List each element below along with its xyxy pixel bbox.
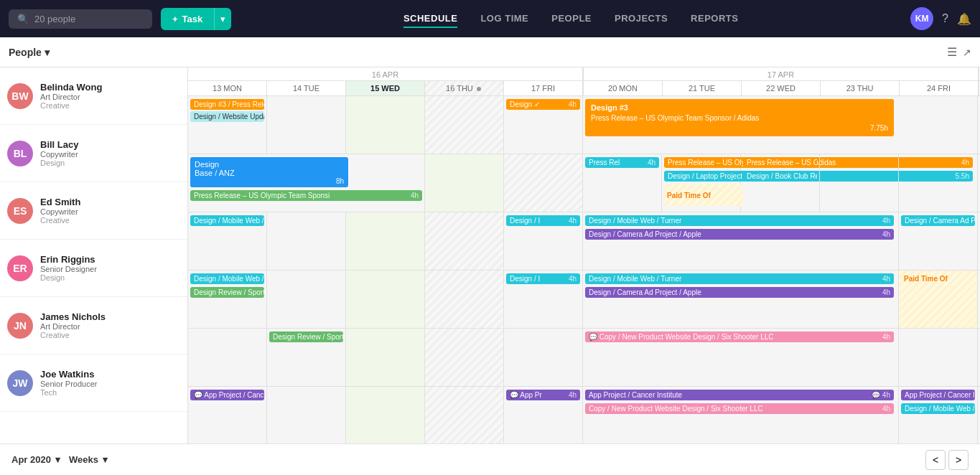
search-icon: 🔍 [17,14,29,24]
footer-next-button[interactable]: > [948,450,969,470]
bill-29 [899,154,978,212]
belinda-event-2[interactable]: Design / Website Update / Internal4h [190,111,264,122]
person-row-belinda[interactable]: BW Belinda Wong Art Director Creative [0,67,187,125]
task-button[interactable]: + Task [161,8,214,30]
joe-20mon: App Project / Cancer Institute💬 4h Copy … [583,387,899,444]
people-section-label[interactable]: People ▾ [9,47,50,58]
bill-design-base[interactable]: Design Base / ANZ 8h [190,157,348,187]
bill-16thu [504,154,583,212]
erin-14tue [267,271,346,328]
belinda-span-event[interactable]: Design #3 Press Release – US Olympic Tea… [585,99,894,136]
footer-prev-button[interactable]: < [925,450,946,470]
ed-design-17[interactable]: Design / I4h [506,215,580,226]
ed-design-27[interactable]: Design / Camera Ad Project / App... [901,215,975,226]
joe-app-27[interactable]: App Project / Cancer Institute [901,390,975,400]
erin-mobile-20[interactable]: Design / Mobile Web / Turner4h [585,273,894,284]
day-col-16thu[interactable]: 16 THU [425,81,504,95]
bill-17fri: Press Rel4h [583,154,662,212]
james-27mon [899,329,978,386]
erin-24fri-pto: Paid Time Of [899,271,978,328]
bill-press-rel-17[interactable]: Press Rel4h [585,157,659,168]
joe-app-project[interactable]: 💬 App Project / Cancer Institute4h [190,390,264,400]
task-plus-icon: + [172,14,178,24]
person-role-joe: Senior Producer [40,380,98,388]
day-col-14tue[interactable]: 14 TUE [267,81,346,95]
person-info-erin: Erin Riggins Senior Designer Design [40,254,97,282]
day-col-23thu[interactable]: 23 THU [821,81,900,95]
person-row-joe[interactable]: JW Joe Watkins Senior Producer Tech [0,354,187,412]
bill-paid-time: Paid Time Of [664,184,743,206]
bill-27mon: Press Release – US Olympic Team... Desig… [741,154,820,212]
ed-mobile-web[interactable]: Design / Mobile Web / Turner4h [190,215,264,226]
person-row-james[interactable]: JN James Nichols Art Director Creative [0,297,187,354]
erin-mobile-13[interactable]: Design / Mobile Web / Turner4h [190,273,264,284]
belinda-16thu [425,96,504,154]
export-icon[interactable]: ↗ [963,47,971,58]
help-icon[interactable]: ? [942,12,948,25]
search-box[interactable]: 🔍 20 people [9,9,152,29]
cal-row-bill: Design Base / ANZ 8h Press Release – US … [188,154,980,212]
day-col-24fri[interactable]: 24 FRI [900,81,979,95]
nav-people[interactable]: PEOPLE [551,10,592,28]
list-view-icon[interactable]: ☰ [947,45,957,59]
day-col-15wed[interactable]: 15 WED [346,81,425,95]
joe-app-20[interactable]: App Project / Cancer Institute💬 4h [585,390,894,400]
search-placeholder: 20 people [34,14,75,24]
task-label: Task [182,14,203,24]
joe-15wed [346,387,425,444]
cal-row-ed: Design / Mobile Web / Turner4h Design / … [188,212,980,271]
day-col-13mon[interactable]: 13 MON [188,81,267,95]
person-info-ed: Ed Smith Copywriter Creative [40,197,80,225]
day-col-17fri[interactable]: 17 FRI [504,81,583,95]
bill-28tue [820,154,899,212]
nav-schedule[interactable]: SCHEDULE [403,10,458,28]
task-dropdown-button[interactable]: ▾ [214,8,231,30]
belinda-14tue [267,96,346,154]
footer-view[interactable]: Weeks ▾ [69,454,108,465]
belinda-event-1[interactable]: Design #3 / Press Release – US Olympic✓ … [190,99,264,110]
nav-projects[interactable]: PROJECTS [615,10,668,28]
cal-row-erin: Design / Mobile Web / Turner4h Design Re… [188,271,980,329]
footer-period[interactable]: Apr 2020 ▾ [11,454,60,465]
person-dept-belinda: Creative [40,101,102,110]
joe-13mon: 💬 App Project / Cancer Institute4h [188,387,267,444]
joe-design-mobile[interactable]: Design / Mobile Web / Turner [901,403,975,414]
cal-row-james: Design Review / Sportw4h 💬 Copy / New Pr… [188,329,980,387]
bill-press-release[interactable]: Press Release – US Olympic Team Sponsi4h [190,190,422,201]
ed-mobile-20[interactable]: Design / Mobile Web / Turner4h [585,215,894,226]
nav-logtime[interactable]: LOG TIME [480,10,528,28]
notification-icon[interactable]: 🔔 [957,12,971,26]
person-role-erin: Senior Designer [40,265,97,273]
erin-design-review-13[interactable]: Design Review / Sportwear Microsite / A4… [190,287,264,298]
person-name-erin: Erin Riggins [40,254,97,265]
sub-header: People ▾ ☰ ↗ [0,37,980,67]
person-role-belinda: Art Director [40,93,102,101]
nav-reports[interactable]: REPORTS [691,10,738,28]
person-row-erin[interactable]: ER Erin Riggins Senior Designer Design [0,240,187,297]
people-sidebar: BW Belinda Wong Art Director Creative BL… [0,67,188,475]
avatar-ed: ES [7,198,33,224]
day-col-21tue[interactable]: 21 TUE [663,81,742,95]
joe-copy-20[interactable]: Copy / New Product Website Design / Six … [585,403,894,414]
bill-press-27[interactable]: Press Release – US Olympic Team... [743,157,817,168]
person-role-james: Art Director [40,322,106,331]
erin-camera-20[interactable]: Design / Camera Ad Project / Apple4h [585,287,894,298]
app-header: 🔍 20 people + Task ▾ SCHEDULE LOG TIME P… [0,0,980,37]
erin-design-17[interactable]: Design / I4h [506,273,580,284]
ed-camera-20[interactable]: Design / Camera Ad Project / Apple4h [585,229,894,240]
bill-design-book[interactable]: Design / Book Club Review Site / R... [743,171,817,182]
week-17-days: 20 MON 21 TUE 22 WED 23 THU 24 FRI [584,81,979,95]
avatar-belinda: BW [7,83,33,109]
avatar-bill: BL [7,141,33,166]
user-avatar[interactable]: KM [910,7,933,30]
footer-period-text: Apr 2020 [11,454,51,465]
person-row-ed[interactable]: ES Ed Smith Copywriter Creative [0,182,187,240]
day-col-20mon[interactable]: 20 MON [584,81,663,95]
james-design-review[interactable]: Design Review / Sportw4h [269,331,343,342]
person-row-bill[interactable]: BL Bill Lacy Copywriter Design [0,125,187,182]
day-col-22wed[interactable]: 22 WED [742,81,821,95]
joe-app-17[interactable]: 💬 App Pr4h [506,390,580,400]
belinda-event-3[interactable]: Design ✓4h [506,99,580,110]
james-copy-new[interactable]: 💬 Copy / New Product Website Design / Si… [585,331,894,342]
erin-16thu [425,271,504,328]
